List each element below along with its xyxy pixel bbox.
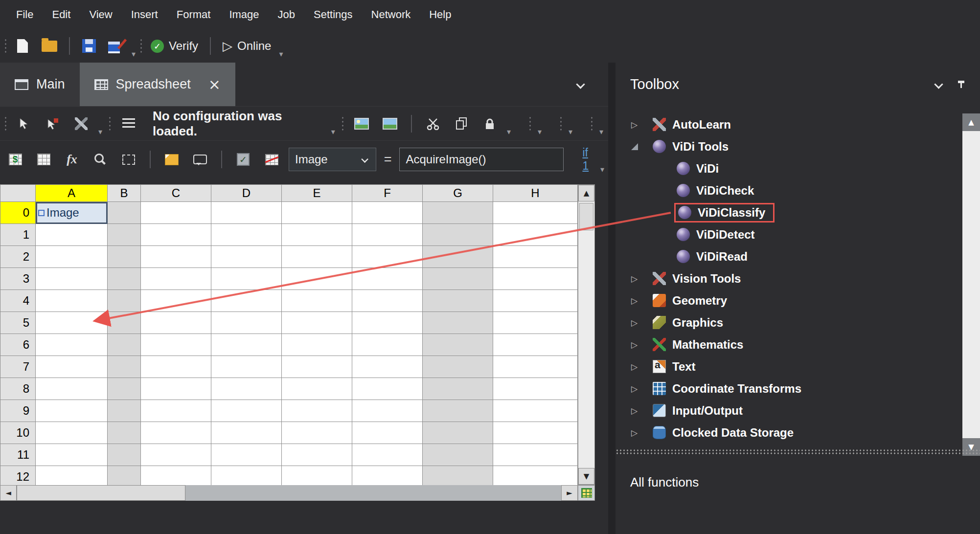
cell-A7[interactable] <box>36 356 108 378</box>
menu-item-settings[interactable]: Settings <box>304 0 362 29</box>
cell-E0[interactable] <box>282 202 352 224</box>
cell-D8[interactable] <box>211 378 282 400</box>
cell-B1[interactable] <box>108 224 141 246</box>
cell-F2[interactable] <box>352 246 423 268</box>
cell-A4[interactable] <box>36 290 108 312</box>
toolbox-item-vididetect[interactable]: ViDiDetect <box>615 223 962 245</box>
toolbar-overflow-caret-icon[interactable]: ▾ <box>507 127 511 140</box>
toolbar-grip[interactable] <box>341 116 344 132</box>
toolbox-item-vidicheck[interactable]: ViDiCheck <box>615 179 962 201</box>
cell-A1[interactable] <box>36 224 108 246</box>
insert-image-button[interactable] <box>350 112 373 135</box>
cell-D1[interactable] <box>211 224 282 246</box>
toolbox-item-graphics[interactable]: Graphics <box>615 312 962 334</box>
column-header-D[interactable]: D <box>211 184 282 202</box>
cell-E3[interactable] <box>282 268 352 290</box>
cell-G7[interactable] <box>423 356 493 378</box>
toolbar-grip[interactable] <box>139 38 143 54</box>
cell-D4[interactable] <box>211 290 282 312</box>
lock-button[interactable] <box>479 112 501 135</box>
cell-D7[interactable] <box>211 356 282 378</box>
cell-G11[interactable] <box>423 444 493 466</box>
toolbar-grip[interactable] <box>108 116 112 132</box>
cell-H9[interactable] <box>493 400 578 422</box>
tab-main[interactable]: Main <box>0 63 80 106</box>
cell-B5[interactable] <box>108 312 141 334</box>
cell-G3[interactable] <box>423 268 493 290</box>
cell-H6[interactable] <box>493 334 578 356</box>
cell-E4[interactable] <box>282 290 352 312</box>
toolbar-overflow-caret-icon[interactable]: ▾ <box>538 127 542 140</box>
cell-G10[interactable] <box>423 422 493 444</box>
expand-arrow-icon[interactable] <box>628 120 653 130</box>
tools-button[interactable] <box>70 112 92 135</box>
cell-E12[interactable] <box>282 466 352 485</box>
column-header-C[interactable]: C <box>141 184 211 202</box>
toolbox-scrollbar[interactable]: ▲ ▼ <box>962 113 980 456</box>
online-button[interactable]: ▷ Online <box>219 34 275 58</box>
toolbox-item-mathematics[interactable]: Mathematics <box>615 334 962 356</box>
expand-arrow-icon[interactable] <box>628 318 653 328</box>
column-header-A[interactable]: A <box>36 184 108 202</box>
column-header-E[interactable]: E <box>282 184 352 202</box>
toggle-check-button[interactable]: ✓ <box>232 148 254 171</box>
select-region-button[interactable] <box>117 148 140 171</box>
insert-table-button[interactable] <box>32 148 55 171</box>
toolbox-item-autolearn[interactable]: AutoLearn <box>615 113 962 135</box>
menu-item-help[interactable]: Help <box>420 0 460 29</box>
cell-E7[interactable] <box>282 356 352 378</box>
cell-A8[interactable] <box>36 378 108 400</box>
cell-A0[interactable]: Image <box>36 202 108 224</box>
cell-E9[interactable] <box>282 400 352 422</box>
sheet-view-button[interactable] <box>578 485 595 501</box>
toolbar-overflow-caret-icon[interactable]: ▾ <box>132 49 136 63</box>
cell-E10[interactable] <box>282 422 352 444</box>
cell-C0[interactable] <box>141 202 211 224</box>
cell-F9[interactable] <box>352 400 423 422</box>
cell-E2[interactable] <box>282 246 352 268</box>
pin-icon[interactable] <box>957 79 965 90</box>
cell-A10[interactable] <box>36 422 108 444</box>
pick-tool-button[interactable] <box>42 112 64 135</box>
open-job-button[interactable] <box>38 34 61 58</box>
menu-item-file[interactable]: File <box>7 0 43 29</box>
cell-B7[interactable] <box>108 356 141 378</box>
toolbox-item-vidiread[interactable]: ViDiRead <box>615 245 962 267</box>
row-header-5[interactable]: 5 <box>0 312 36 334</box>
column-header-B[interactable]: B <box>108 184 141 202</box>
cell-B2[interactable] <box>108 246 141 268</box>
row-header-2[interactable]: 2 <box>0 246 36 268</box>
toolbox-collapse-chevron-icon[interactable] <box>934 80 944 89</box>
cell-B10[interactable] <box>108 422 141 444</box>
cell-H1[interactable] <box>493 224 578 246</box>
vertical-scrollbar[interactable]: ▲ ▼ <box>578 184 595 485</box>
cell-H10[interactable] <box>493 422 578 444</box>
toolbar-grip[interactable] <box>559 116 563 132</box>
cell-C10[interactable] <box>141 422 211 444</box>
cell-B0[interactable] <box>108 202 141 224</box>
column-header-H[interactable]: H <box>493 184 578 202</box>
row-header-12[interactable]: 12 <box>0 466 36 485</box>
expand-arrow-icon[interactable] <box>628 384 653 394</box>
scroll-up-button[interactable]: ▲ <box>578 185 594 201</box>
cell-E5[interactable] <box>282 312 352 334</box>
cut-button[interactable] <box>422 112 444 135</box>
cell-H7[interactable] <box>493 356 578 378</box>
cell-A6[interactable] <box>36 334 108 356</box>
toolbar-grip[interactable] <box>4 38 7 54</box>
toolbox-item-vidi[interactable]: ViDi <box>615 157 962 179</box>
online-options-caret-icon[interactable]: ▾ <box>279 49 283 63</box>
configuration-list-button[interactable] <box>117 112 140 135</box>
expand-arrow-icon[interactable] <box>628 274 653 284</box>
toolbar-overflow-caret-icon[interactable]: ▾ <box>600 165 604 178</box>
combobox-chevron-icon[interactable] <box>361 156 369 163</box>
cell-F12[interactable] <box>352 466 423 485</box>
toolbar-overflow-caret-icon[interactable]: ▾ <box>331 127 335 140</box>
tab-spreadsheet[interactable]: Spreadsheet × <box>80 63 235 106</box>
cell-F7[interactable] <box>352 356 423 378</box>
collapse-arrow-icon[interactable] <box>628 143 653 150</box>
toolbar-grip[interactable] <box>590 116 593 132</box>
verify-button[interactable]: ✓ Verify <box>147 34 202 58</box>
row-header-11[interactable]: 11 <box>0 444 36 466</box>
menu-item-network[interactable]: Network <box>362 0 420 29</box>
